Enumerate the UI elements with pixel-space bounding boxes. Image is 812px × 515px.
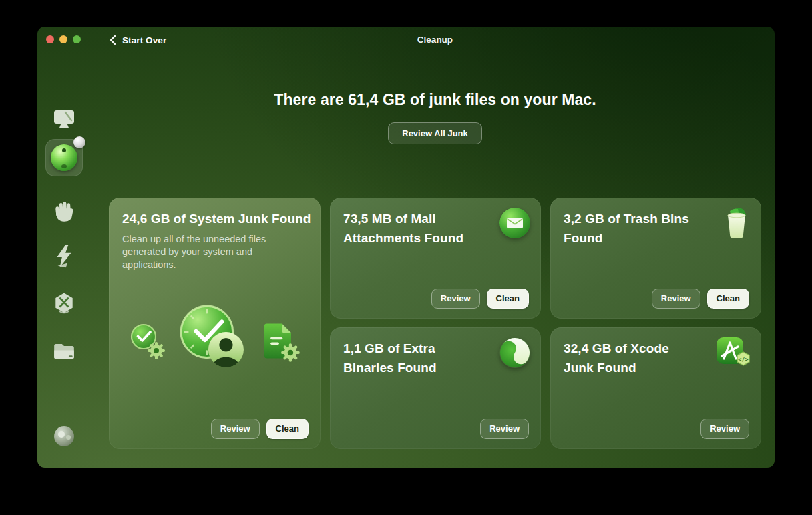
clean-button[interactable]: Clean xyxy=(707,289,749,309)
yin-yang-circle-icon xyxy=(499,337,530,368)
sidebar-item-protection[interactable] xyxy=(45,194,83,231)
review-button[interactable]: Review xyxy=(652,289,700,309)
sidebar-item-performance[interactable] xyxy=(45,238,83,275)
card-title: 3,2 GB of Trash Bins Found xyxy=(564,209,748,248)
folder-icon xyxy=(52,341,76,361)
svg-text:</>: </> xyxy=(738,356,748,363)
window-title: Cleanup xyxy=(109,35,761,45)
minimize-button[interactable] xyxy=(59,35,67,43)
clean-button[interactable]: Clean xyxy=(266,419,309,439)
sphere-dots-icon xyxy=(54,426,74,446)
card-trash-bins[interactable]: 3,2 GB of Trash Bins Found Review Clean xyxy=(550,198,761,319)
card-extra-binaries[interactable]: 1,1 GB of Extra Binaries Found Review xyxy=(330,327,541,449)
clock-user-icon xyxy=(177,303,245,369)
cleanup-cards-grid: 24,6 GB of System Junk Found Clean up al… xyxy=(109,198,761,449)
mail-envelope-icon xyxy=(499,208,530,238)
close-button[interactable] xyxy=(46,35,54,43)
card-xcode-junk[interactable]: 32,4 GB of Xcode Junk Found </> Review xyxy=(550,327,761,449)
notification-badge xyxy=(73,136,85,148)
review-button[interactable]: Review xyxy=(480,419,529,439)
lightning-icon xyxy=(53,244,75,269)
trash-bin-icon xyxy=(722,206,751,240)
cleanup-ball-icon xyxy=(51,144,77,171)
review-button[interactable]: Review xyxy=(431,289,480,309)
mac-display-icon xyxy=(52,109,76,130)
document-gear-icon xyxy=(257,319,302,365)
card-title: 24,6 GB of System Junk Found xyxy=(122,209,307,228)
card-mail-attachments[interactable]: 73,5 MB of Mail Attachments Found Review… xyxy=(330,198,541,319)
hand-icon xyxy=(53,200,75,224)
xcode-hammer-icon: </> xyxy=(715,336,751,369)
hexagon-x-icon xyxy=(53,292,75,316)
assistant-button[interactable] xyxy=(45,426,83,446)
sidebar-item-files[interactable] xyxy=(45,333,83,370)
traffic-lights xyxy=(46,35,81,43)
junk-summary-heading: There are 61,4 GB of junk files on your … xyxy=(109,91,761,109)
review-all-junk-button[interactable]: Review All Junk xyxy=(388,122,482,144)
sidebar-item-smart-scan[interactable] xyxy=(45,100,83,138)
app-window: Start Over Cleanup xyxy=(37,27,775,468)
review-button[interactable]: Review xyxy=(700,419,749,439)
sidebar-item-cleanup[interactable] xyxy=(45,139,83,176)
zoom-button[interactable] xyxy=(73,35,81,43)
clock-gear-icon xyxy=(126,321,169,363)
card-system-junk[interactable]: 24,6 GB of System Junk Found Clean up al… xyxy=(109,198,321,449)
card-description: Clean up all of the unneeded files gener… xyxy=(122,233,290,271)
sidebar-item-applications[interactable] xyxy=(45,285,83,323)
review-button[interactable]: Review xyxy=(211,419,260,439)
clean-button[interactable]: Clean xyxy=(487,289,529,309)
